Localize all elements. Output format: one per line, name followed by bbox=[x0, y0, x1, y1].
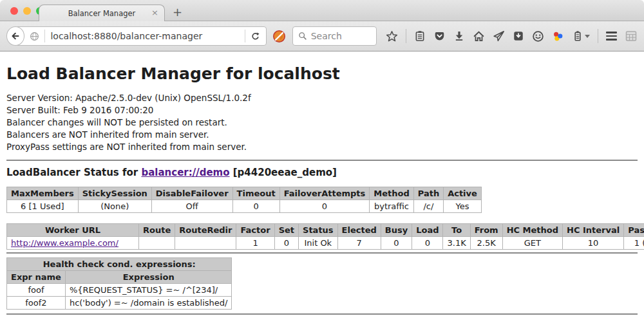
worker-url-link[interactable]: http://www.example.com/ bbox=[11, 238, 118, 248]
content-block-button[interactable] bbox=[272, 30, 286, 43]
column-header: HC Interval bbox=[563, 224, 624, 237]
downloads-button[interactable] bbox=[453, 30, 465, 42]
column-header: DisableFailover bbox=[151, 187, 232, 200]
tab-balancer-manager[interactable]: Balancer Manager × bbox=[39, 5, 165, 21]
worker-url-cell: http://www.example.com/ bbox=[7, 237, 139, 250]
status-heading-suffix: [p4420eeae_demo] bbox=[230, 167, 337, 178]
column-header: Expression bbox=[65, 271, 232, 284]
expression-cell: hc('body') =~ /domain is established/ bbox=[65, 297, 232, 310]
health-check-table: Health check cond. expressions: Expr nam… bbox=[6, 257, 232, 310]
column-header: Factor bbox=[236, 224, 274, 237]
column-header: Elected bbox=[337, 224, 381, 237]
table-cell: 0 bbox=[274, 237, 298, 250]
balancer-header-row: MaxMembersStickySessionDisableFailoverTi… bbox=[7, 187, 482, 200]
column-header: Route bbox=[139, 224, 175, 237]
battery-icon bbox=[572, 30, 583, 42]
worker-row: http://www.example.com/ 10Init Ok7003.1K… bbox=[7, 237, 644, 250]
column-header: Passes bbox=[624, 224, 644, 237]
clipboard-button[interactable] bbox=[414, 30, 426, 42]
table-cell: Off bbox=[151, 200, 232, 213]
table-cell: 1 bbox=[236, 237, 274, 250]
table-cell bbox=[175, 237, 236, 250]
reload-button[interactable] bbox=[251, 27, 266, 45]
section-divider bbox=[6, 252, 638, 254]
health-row: foof2 hc('body') =~ /domain is establish… bbox=[7, 297, 232, 310]
table-cell: 0 bbox=[279, 200, 370, 213]
minimize-window-button[interactable] bbox=[23, 7, 31, 15]
column-header: RouteRedir bbox=[175, 224, 236, 237]
titlebar: Balancer Manager × + bbox=[0, 0, 644, 21]
table-cell: 0 bbox=[412, 237, 443, 250]
table-cell: 0 bbox=[381, 237, 412, 250]
table-cell: 3.1K bbox=[443, 237, 470, 250]
persist-note-line: Balancer changes will NOT be persisted o… bbox=[6, 116, 638, 129]
expression-cell: %{REQUEST_STATUS} =~ /^[234]/ bbox=[65, 284, 232, 297]
column-header: Path bbox=[413, 187, 443, 200]
column-header: Expr name bbox=[7, 271, 66, 284]
home-icon bbox=[473, 30, 485, 42]
back-icon bbox=[10, 31, 21, 41]
balancer-value-row: 6 [1 Used](None)Off00bytraffic/c/Yes bbox=[7, 200, 482, 213]
globe-icon bbox=[30, 32, 39, 41]
section-divider bbox=[6, 313, 638, 315]
loadbalancer-status-heading: LoadBalancer Status for balancer://demo … bbox=[6, 167, 638, 178]
toolbar-divider bbox=[598, 29, 598, 43]
search-icon bbox=[298, 32, 307, 41]
column-header: Worker URL bbox=[7, 224, 139, 237]
server-built-line: Server Built: Feb 9 2016 07:00:20 bbox=[6, 104, 638, 116]
column-header: Active bbox=[444, 187, 482, 200]
toolbar-divider bbox=[406, 29, 406, 43]
expr-name-cell: foof2 bbox=[7, 297, 66, 310]
send-button[interactable] bbox=[493, 30, 505, 42]
worker-status-table: Worker URLRouteRouteRedirFactorSetStatus… bbox=[6, 223, 644, 250]
section-divider bbox=[6, 160, 638, 161]
expr-name-cell: foof bbox=[7, 284, 66, 297]
tab-title: Balancer Manager bbox=[68, 9, 136, 18]
battery-status-button[interactable] bbox=[572, 30, 590, 42]
browser-window: Balancer Manager × + localhost:8880/bala… bbox=[0, 0, 644, 316]
reload-icon bbox=[251, 32, 260, 41]
status-heading-prefix: LoadBalancer Status for bbox=[6, 167, 141, 178]
menu-button[interactable] bbox=[606, 32, 617, 41]
table-cell: 10 bbox=[563, 237, 624, 250]
table-cell: bytraffic bbox=[370, 200, 413, 213]
table-cell: 0 bbox=[232, 200, 279, 213]
search-bar[interactable] bbox=[292, 26, 377, 46]
bookmark-star-button[interactable] bbox=[386, 30, 398, 42]
pocket-button[interactable] bbox=[433, 30, 446, 42]
column-header: To bbox=[443, 224, 470, 237]
dropdown-caret-icon bbox=[585, 35, 590, 38]
close-tab-icon[interactable]: × bbox=[151, 8, 158, 17]
download-icon bbox=[453, 30, 465, 42]
download-panel-button[interactable] bbox=[513, 30, 524, 42]
table-cell bbox=[139, 237, 175, 250]
smiley-icon bbox=[532, 30, 544, 42]
health-table-title: Health check cond. expressions: bbox=[7, 258, 232, 271]
balancer-demo-link[interactable]: balancer://demo bbox=[141, 167, 229, 178]
feedback-smiley-button[interactable] bbox=[532, 30, 544, 42]
navigation-toolbar: localhost:8880/balancer-manager bbox=[0, 21, 644, 51]
proxypass-note-line: ProxyPass settings are NOT inherited fro… bbox=[6, 141, 638, 153]
search-input[interactable] bbox=[311, 31, 369, 41]
inherit-note-line: Balancers are NOT inherited from main se… bbox=[6, 129, 638, 141]
reader-grid-button[interactable] bbox=[625, 30, 638, 42]
column-header: MaxMembers bbox=[7, 187, 79, 200]
url-bar[interactable]: localhost:8880/balancer-manager bbox=[15, 26, 266, 46]
toolbar-buttons bbox=[386, 29, 638, 43]
url-text[interactable]: localhost:8880/balancer-manager bbox=[50, 31, 239, 41]
urlbar-divider bbox=[245, 30, 245, 42]
column-header: Busy bbox=[381, 224, 412, 237]
table-cell: (None) bbox=[78, 200, 151, 213]
color-dots-button[interactable] bbox=[552, 30, 564, 42]
pocket-icon bbox=[433, 30, 446, 42]
home-button[interactable] bbox=[473, 30, 485, 42]
color-dots-icon bbox=[552, 30, 564, 42]
server-version-line: Server Version: Apache/2.5.0-dev (Unix) … bbox=[6, 92, 638, 104]
close-window-button[interactable] bbox=[10, 7, 18, 15]
new-tab-button[interactable]: + bbox=[173, 6, 182, 18]
column-header: Load bbox=[412, 224, 443, 237]
download-box-icon bbox=[513, 30, 524, 42]
balancer-settings-table: MaxMembersStickySessionDisableFailoverTi… bbox=[6, 187, 482, 213]
server-info: Server Version: Apache/2.5.0-dev (Unix) … bbox=[6, 92, 638, 153]
column-header: From bbox=[470, 224, 502, 237]
